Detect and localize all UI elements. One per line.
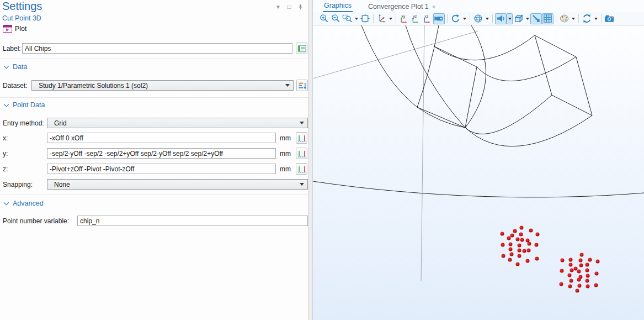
color-theme-icon	[559, 13, 570, 24]
zoom-out-button[interactable]	[330, 13, 342, 24]
zoom-extents-icon	[360, 13, 370, 24]
toolbar-separator	[492, 14, 493, 23]
wireframe-globe-icon	[473, 13, 483, 24]
scene-projector-button[interactable]	[433, 13, 445, 24]
z-coordinates-input[interactable]	[47, 164, 276, 174]
view-yz-icon: yz	[411, 13, 421, 24]
label-field-label: Label:	[3, 45, 21, 53]
cut-point-dot	[516, 238, 520, 242]
snapping-selected-value: None	[51, 181, 297, 188]
zoom-in-button[interactable]	[318, 13, 330, 24]
show-axis-button[interactable]	[530, 13, 542, 24]
go-to-source-icon	[298, 81, 307, 90]
image-capture-button[interactable]	[604, 13, 615, 24]
cut-point-dot	[568, 274, 572, 277]
wireframe-globe-button[interactable]	[472, 13, 484, 24]
section-header-advanced[interactable]: Advanced	[4, 200, 44, 207]
svg-text:xz: xz	[424, 14, 429, 19]
zoom-box-button[interactable]	[342, 13, 353, 24]
transparency-caret[interactable]	[524, 13, 530, 24]
combo-caret-icon	[300, 122, 304, 124]
toolbar-separator	[373, 14, 374, 23]
range-icon	[297, 149, 306, 158]
scene-light-button[interactable]	[495, 13, 507, 24]
cut-point-dot	[507, 237, 511, 240]
x-coordinates-input[interactable]	[47, 133, 276, 143]
default-view-icon	[376, 13, 387, 24]
entry-method-combobox[interactable]: Grid	[47, 118, 308, 128]
dataset-combobox[interactable]: Study 1/Parametric Solutions 1 (sol2)	[31, 80, 294, 91]
settings-panel: Settings Cut Point 3D ▾ □ Plot Label:	[0, 0, 308, 320]
settings-window-controls: ▾ □	[275, 3, 304, 10]
cut-point-dot	[518, 254, 521, 258]
show-axis-icon	[531, 13, 541, 24]
view-yz-button[interactable]: yz	[410, 13, 422, 24]
plot-icon	[3, 24, 12, 33]
point-number-variable-input[interactable]	[77, 216, 308, 226]
y-coordinates-input[interactable]	[47, 148, 276, 159]
transparency-button[interactable]	[513, 13, 524, 24]
snapshot-button[interactable]	[581, 13, 593, 24]
view-xz-icon: xz	[422, 13, 433, 24]
close-tab-icon[interactable]: ×	[432, 3, 435, 10]
graphics-canvas[interactable]	[313, 25, 644, 320]
cut-point-dot	[518, 249, 521, 253]
chevron-down-icon	[4, 102, 9, 107]
plot-button[interactable]: Plot	[3, 24, 27, 33]
label-input[interactable]	[22, 43, 292, 54]
range-icon	[297, 134, 306, 143]
rotate-caret[interactable]	[461, 13, 467, 24]
cut-point-dot	[509, 248, 513, 251]
settings-panel-title: Settings	[2, 0, 42, 13]
cut-point-dot	[561, 259, 565, 263]
x-range-button[interactable]	[296, 132, 307, 144]
rotate-button[interactable]	[450, 13, 461, 24]
zoom-extents-button[interactable]	[359, 13, 371, 24]
x-label: x:	[3, 134, 8, 142]
rename-label-button[interactable]	[296, 43, 307, 54]
cut-point-dot	[588, 258, 592, 262]
y-range-button[interactable]	[296, 148, 307, 159]
cut-point-dot	[569, 263, 573, 267]
default-view-button[interactable]	[376, 13, 387, 24]
cut-point-dot	[527, 249, 531, 253]
cut-point-dot	[586, 279, 589, 283]
color-theme-button[interactable]	[558, 13, 570, 24]
y-unit: mm	[280, 150, 291, 158]
cut-point-dot	[569, 258, 573, 262]
zoom-box-caret[interactable]	[353, 13, 359, 24]
cut-point-dot	[579, 264, 583, 267]
zoom-box-icon	[342, 13, 353, 24]
combo-caret-icon	[300, 183, 304, 186]
tab-graphics[interactable]: Graphics	[323, 0, 353, 12]
float-panel-icon[interactable]: □	[286, 3, 292, 10]
tab-convergence-plot-1[interactable]: Convergence Plot 1 ×	[367, 1, 437, 12]
view-xz-button[interactable]: xz	[422, 13, 433, 24]
section-header-data[interactable]: Data	[4, 63, 27, 71]
graphics-canvas-area	[313, 25, 644, 320]
cut-point-dot	[577, 270, 581, 274]
pin-panel-icon[interactable]	[297, 3, 304, 10]
section-header-point-data[interactable]: Point Data	[4, 101, 45, 109]
combo-caret-icon	[285, 84, 290, 87]
z-range-button[interactable]	[296, 163, 307, 175]
scene-light-icon	[496, 13, 506, 24]
point-number-variable-label: Point number variable:	[3, 217, 69, 225]
scene-light-caret[interactable]	[507, 13, 513, 24]
image-capture-icon	[604, 13, 615, 24]
go-to-source-button[interactable]	[296, 80, 308, 91]
snapshot-caret[interactable]	[593, 13, 599, 24]
wireframe-globe-caret[interactable]	[484, 13, 490, 24]
show-grid-button[interactable]	[542, 13, 553, 24]
view-xy-button[interactable]: xy	[398, 13, 410, 24]
cut-point-dot	[523, 249, 526, 253]
snapping-combobox[interactable]: None	[47, 179, 308, 190]
cut-point-dot	[536, 233, 540, 237]
section-separator	[0, 195, 308, 195]
cut-point-dot	[508, 258, 512, 262]
default-view-caret[interactable]	[387, 13, 393, 24]
color-theme-caret[interactable]	[570, 13, 576, 24]
panel-splitter[interactable]	[308, 0, 313, 320]
panel-menu-dropdown-icon[interactable]: ▾	[275, 3, 281, 10]
comsol-window: Settings Cut Point 3D ▾ □ Plot Label:	[0, 0, 644, 320]
